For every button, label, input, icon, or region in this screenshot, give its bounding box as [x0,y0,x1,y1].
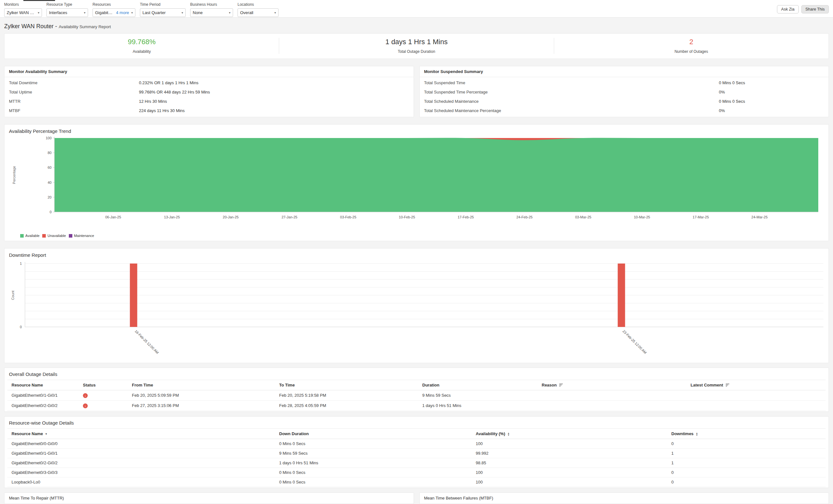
svg-text:16-Feb-25 12:00 AM: 16-Feb-25 12:00 AM [134,329,160,355]
resource-type-value: Interfaces [49,10,81,15]
filter-resource-type: Resource TypeInterfaces▾ [46,2,88,17]
cell-downtimes: 1 [667,449,826,458]
stat-value-availability: 99.768% [4,38,279,46]
report-content: Zylker WAN Router - Availability Summary… [0,23,833,504]
filter-bar: MonitorsZylker WAN Router▾Resource TypeI… [0,0,833,18]
ask-zia-button[interactable]: Ask Zia [777,5,799,14]
svg-text:17-Feb-25: 17-Feb-25 [457,215,474,219]
summary-row: Total Scheduled Maintenance Percentage0% [420,106,829,115]
resource-outage-card: Resource-wise Outage Details Resource Na… [4,416,829,488]
column-header-availability-[interactable]: Availability (%)▲▼ [472,429,667,439]
svg-text:0: 0 [50,210,51,214]
sort-icon[interactable]: ▲▼ [507,432,510,436]
svg-text:Percentage: Percentage [12,166,16,184]
cell-reason [538,401,686,411]
cell-resource-name: GigabitEthernet0/2-Gi0/2 [7,401,79,411]
stat-availability: 99.768%Availability [4,38,279,54]
report-subtitle: Availability Summary Report [58,24,111,29]
filter-locations: LocationsOverall▾ [238,2,279,17]
cell-duration: 9 Mins 59 Secs [418,390,538,401]
column-label-downtimes: Downtimes [671,431,693,436]
summary-row-value: 12 Hrs 30 Mins [139,99,167,104]
cell-status: ↓ [79,390,128,401]
cell-down-duration: 0 Mins 0 Secs [275,439,472,449]
column-header-resource-name[interactable]: Resource Name▼ [7,429,275,439]
table-row: GigabitEthernet0/2-Gi0/2↓Feb 27, 2025 3:… [7,401,826,411]
summary-row-value: 0% [719,90,725,94]
page-title: Zylker WAN Router - Availability Summary… [4,23,829,30]
filter-monitors: MonitorsZylker WAN Router▾ [4,2,42,17]
monitors-dropdown[interactable]: Zylker WAN Router▾ [4,8,42,17]
summary-stats-card: 99.768%Availability1 days 1 Hrs 1 MinsTo… [4,33,829,59]
column-header-reason[interactable]: Reason [538,380,686,390]
share-this-button[interactable]: Share This [801,5,829,14]
column-label-status: Status [83,383,96,387]
cell-resource-name: GigabitEthernet0/2-Gi0/2 [7,458,275,468]
business-hours-label: Business Hours [190,2,233,7]
column-header-latest-comment[interactable]: Latest Comment [686,380,826,390]
resource-outage-title: Resource-wise Outage Details [7,416,826,428]
locations-label: Locations [238,2,279,7]
stat-value-total-outage-duration: 1 days 1 Hrs 1 Mins [279,38,553,46]
sort-desc-icon[interactable]: ▼ [45,433,47,435]
summary-row-label: Total Uptime [9,90,139,94]
cell-availability: 99.992 [472,449,667,458]
svg-text:03-Mar-25: 03-Mar-25 [575,215,591,219]
legend-item-maintenance[interactable]: Maintenance [69,234,94,238]
cell-resource-name: GigabitEthernet0/0-Gi0/0 [7,439,275,449]
status-down-icon: ↓ [83,393,88,398]
chevron-down-icon: ▾ [131,11,133,15]
filter-icon[interactable] [726,383,730,388]
downtime-report-card: Downtime Report 01Count16-Feb-25 12:00 A… [4,248,829,363]
stat-total-outage-duration: 1 days 1 Hrs 1 MinsTotal Outage Duration [279,38,553,54]
resources-more-link[interactable]: 4 more [116,10,129,15]
resources-dropdown[interactable]: GigabitEther...4 more▾ [93,8,136,17]
svg-text:24-Feb-25: 24-Feb-25 [516,215,533,219]
svg-text:100: 100 [46,136,51,140]
summary-row: Total Uptime99.768% OR 448 days 22 Hrs 5… [4,88,413,97]
svg-text:40: 40 [48,181,51,185]
business-hours-dropdown[interactable]: None▾ [190,8,233,17]
stat-label-total-outage-duration: Total Outage Duration [279,49,553,54]
suspended-summary-rows: Total Suspended Time0 Mins 0 SecsTotal S… [420,77,829,117]
overall-outage-title: Overall Outage Details [7,368,826,380]
stat-label-availability: Availability [4,49,279,54]
summary-row: Total Suspended Time Percentage0% [420,88,829,97]
locations-dropdown[interactable]: Overall▾ [238,8,279,17]
summary-row-label: Total Suspended Time [424,80,719,85]
column-header-duration: Duration [418,380,538,390]
chevron-down-icon: ▾ [182,11,183,15]
summary-row: MTBF224 days 11 Hrs 30 Mins [4,106,413,115]
table-row: GigabitEthernet0/2-Gi0/21 days 0 Hrs 51 … [7,458,826,468]
business-hours-value: None [193,10,227,15]
filter-icon[interactable] [559,383,564,388]
legend-item-unavailable[interactable]: Unavailable [42,234,66,238]
chevron-down-icon: ▾ [275,11,276,15]
time-period-value: Last Quarter [142,10,179,15]
legend-label: Maintenance [74,234,94,238]
resources-value: GigabitEther... [95,10,115,15]
summary-row: MTTR12 Hrs 30 Mins [4,97,413,106]
cell-resource-name: GigabitEthernet0/1-Gi0/1 [7,390,79,401]
legend-item-available[interactable]: Available [20,234,39,238]
cell-down-duration: 9 Mins 59 Secs [275,449,472,458]
mtbf-title: Mean Time Between Failures (MTBF) [420,493,829,504]
table-row: Loopback0-Lo00 Mins 0 Secs1000 [7,477,826,487]
topbar-actions: Ask Zia Share This [777,5,829,14]
summary-row-value: 224 days 11 Hrs 30 Mins [139,108,185,113]
column-label-resource-name: Resource Name [11,431,43,436]
downtime-report-chart: 01Count16-Feb-25 12:00 AM23-Feb-25 12:00… [9,260,832,358]
svg-text:0: 0 [20,325,22,329]
resources-label: Resources [93,2,136,7]
cell-reason [538,390,686,401]
filter-resources: ResourcesGigabitEther...4 more▾ [93,2,136,17]
summary-row-value: 0.232% OR 1 days 1 Hrs 1 Mins [139,80,198,85]
time-period-dropdown[interactable]: Last Quarter▾ [140,8,186,17]
summary-row: Total Downtime0.232% OR 1 days 1 Hrs 1 M… [4,78,413,88]
resource-type-dropdown[interactable]: Interfaces▾ [46,8,88,17]
sort-icon[interactable]: ▲▼ [696,432,698,436]
svg-text:24-Mar-25: 24-Mar-25 [752,215,768,219]
stat-number-of-outages: 2Number of Outages [554,38,829,54]
column-header-downtimes[interactable]: Downtimes▲▼ [667,429,826,439]
summary-row-label: MTBF [9,108,139,113]
